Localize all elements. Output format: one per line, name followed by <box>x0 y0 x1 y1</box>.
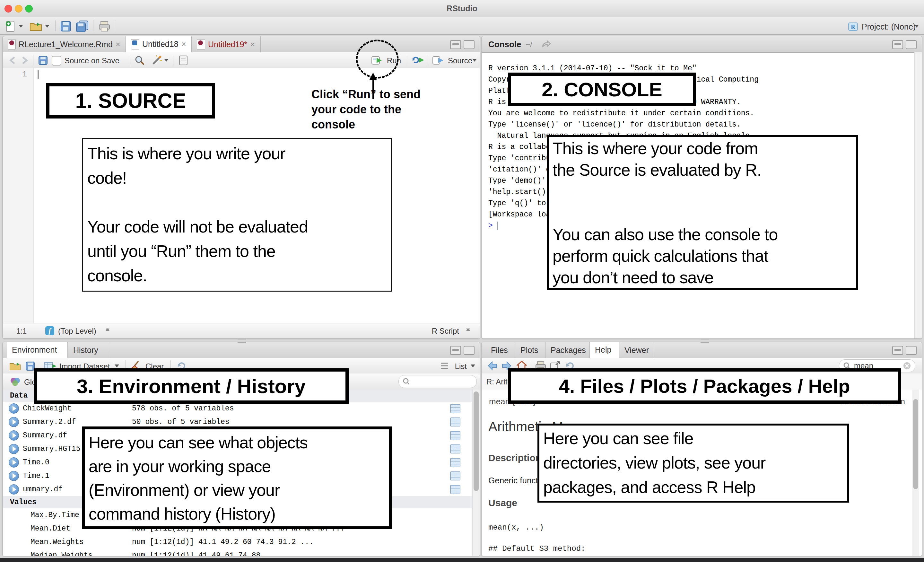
forward-icon[interactable] <box>20 56 28 65</box>
open-file-icon[interactable] <box>30 21 42 32</box>
view-table-icon[interactable] <box>450 485 460 494</box>
new-file-icon[interactable] <box>5 21 16 32</box>
expand-object-icon[interactable] <box>9 471 19 481</box>
scope-selector[interactable]: (Top Level) <box>58 327 96 336</box>
env-row-chickweight[interactable]: ChickWeight 578 obs. of 5 variables <box>3 402 472 416</box>
tab-label: Viewer <box>624 346 649 355</box>
rerun-icon[interactable] <box>411 56 425 65</box>
load-workspace-icon[interactable] <box>9 361 21 371</box>
expand-object-icon[interactable] <box>9 430 19 440</box>
tab-packages[interactable]: Packages <box>546 342 590 358</box>
tab-environment[interactable]: Environment <box>7 342 68 358</box>
expand-object-icon[interactable] <box>9 457 19 467</box>
run-icon[interactable] <box>372 56 384 65</box>
maximize-pane-icon[interactable] <box>464 40 474 49</box>
run-button[interactable]: Run <box>387 56 401 65</box>
list-view-selector[interactable]: List <box>455 362 467 371</box>
close-tab-icon[interactable] <box>182 39 186 49</box>
annotation-console-heading: 2. CONSOLE <box>508 72 696 106</box>
tab-label: Help <box>595 345 611 355</box>
code-tools-wand-icon[interactable] <box>151 55 162 66</box>
object-name: ummary.df <box>23 485 63 494</box>
open-file-menu-caret[interactable] <box>45 25 50 28</box>
expand-object-icon[interactable] <box>9 484 19 494</box>
project-selector[interactable]: Project: (None) <box>862 22 916 32</box>
window-title: RStudio <box>0 4 924 13</box>
view-table-icon[interactable] <box>450 458 460 467</box>
source-button[interactable]: Source <box>448 56 472 65</box>
minimize-pane-icon[interactable] <box>450 346 461 355</box>
clear-search-icon[interactable] <box>903 362 911 370</box>
environment-search[interactable] <box>398 375 477 388</box>
annotation-source-note: This is where you write your code! Your … <box>82 138 392 292</box>
tab-untitled18[interactable]: Untitled18 <box>126 36 192 53</box>
annotation-console-note: This is where your code from the Source … <box>547 135 858 290</box>
maximize-pane-icon[interactable] <box>906 40 916 49</box>
horizontal-splitter-handle[interactable] <box>238 339 246 343</box>
compile-notebook-icon[interactable] <box>179 55 189 66</box>
environment-scrollbar[interactable] <box>472 389 480 556</box>
editor-cursor <box>38 70 39 79</box>
view-table-icon[interactable] <box>450 431 460 440</box>
annotation-files-heading: 4. Files / Plots / Packages / Help <box>508 368 901 404</box>
import-dataset-caret[interactable] <box>115 365 119 367</box>
expand-object-icon[interactable] <box>9 444 19 454</box>
source-on-save-checkbox[interactable] <box>52 56 62 66</box>
expand-object-icon[interactable] <box>9 403 19 414</box>
close-tab-icon[interactable] <box>250 40 255 49</box>
source-file-icon[interactable] <box>432 56 445 65</box>
view-table-icon[interactable] <box>450 404 460 413</box>
tab-untitled19[interactable]: Untitled19* <box>192 36 261 53</box>
environment-search-input[interactable] <box>412 377 472 386</box>
maximize-pane-icon[interactable] <box>464 346 474 355</box>
tab-label: History <box>73 346 98 355</box>
console-title: Console <box>488 39 521 50</box>
close-tab-icon[interactable] <box>116 40 120 49</box>
minimize-pane-icon[interactable] <box>450 40 461 49</box>
source-toolbar: Source on Save <box>3 53 480 68</box>
console-working-dir: ~/ <box>526 40 532 49</box>
bottom-edge-bar <box>0 558 924 562</box>
horizontal-splitter-handle[interactable] <box>700 339 709 343</box>
file-type-selector[interactable]: R Script <box>432 327 459 336</box>
minimize-pane-icon[interactable] <box>892 40 903 49</box>
find-icon[interactable] <box>135 55 145 66</box>
r-project-cube-icon: R <box>848 21 858 32</box>
save-icon[interactable] <box>60 21 71 32</box>
view-table-icon[interactable] <box>450 472 460 481</box>
save-all-icon[interactable] <box>76 20 88 32</box>
source-menu-caret[interactable] <box>472 59 477 62</box>
object-name: Time.1 <box>23 472 50 480</box>
scrollbar-thumb[interactable] <box>913 399 918 489</box>
tab-label: Untitled19* <box>208 40 247 49</box>
console-line: You are welcome to redistribute it under… <box>488 108 912 119</box>
tab-help[interactable]: Help <box>590 342 620 358</box>
project-menu-caret[interactable] <box>914 25 919 28</box>
console-line: Type 'license()' or 'licence()' for dist… <box>488 119 912 131</box>
tab-rlecture1-welcome[interactable]: RLecture1_Welcome.Rmd <box>3 36 126 53</box>
save-icon[interactable] <box>38 56 48 65</box>
cursor-position: 1:1 <box>16 327 27 336</box>
back-icon[interactable] <box>9 56 17 65</box>
tab-history[interactable]: History <box>68 342 110 358</box>
object-name: Mean.Diet <box>30 524 70 533</box>
list-view-caret[interactable] <box>471 365 475 367</box>
new-file-menu-caret[interactable] <box>19 25 23 28</box>
tab-plots[interactable]: Plots <box>515 342 546 358</box>
expand-object-icon[interactable] <box>9 417 19 427</box>
tab-viewer[interactable]: Viewer <box>620 342 654 358</box>
console-scrollbar[interactable] <box>914 53 922 338</box>
scrollbar-thumb[interactable] <box>474 391 479 491</box>
help-scrollbar[interactable] <box>912 389 919 556</box>
help-back-icon[interactable] <box>488 361 497 370</box>
view-table-icon[interactable] <box>450 418 460 427</box>
maximize-pane-icon[interactable] <box>906 346 916 355</box>
code-tools-caret[interactable] <box>164 59 168 62</box>
open-in-window-icon[interactable] <box>542 40 551 48</box>
view-table-icon[interactable] <box>450 445 460 454</box>
tab-files[interactable]: Files <box>486 342 515 358</box>
env-row-meanweights[interactable]: Mean.Weights num [1:12(1d)] 41.1 49.2 60… <box>3 535 472 549</box>
env-row-medianweights[interactable]: Median.Weights num [1:12(1d)] 41 49 61 7… <box>3 549 472 556</box>
print-icon[interactable] <box>98 21 111 32</box>
minimize-pane-icon[interactable] <box>892 346 903 355</box>
